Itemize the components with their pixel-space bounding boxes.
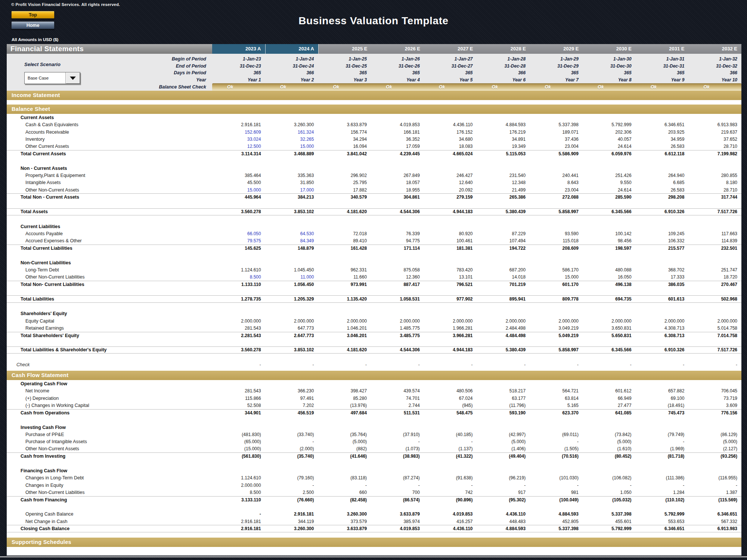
- cell[interactable]: 4.436.110: [424, 122, 477, 127]
- cell[interactable]: 28.710: [688, 187, 741, 193]
- cell[interactable]: (110.102): [636, 497, 689, 503]
- period-cell[interactable]: 1-Jan-32: [688, 56, 741, 62]
- cell[interactable]: 895.941: [477, 296, 530, 302]
- period-cell[interactable]: Year 3: [318, 77, 371, 83]
- period-cell[interactable]: 1-Jan-25: [318, 56, 371, 62]
- cell[interactable]: (5.000): [318, 439, 371, 444]
- cell[interactable]: 69.100: [636, 396, 689, 401]
- cell[interactable]: 694.735: [583, 296, 636, 302]
- cell[interactable]: 161.428: [318, 246, 371, 251]
- cell[interactable]: 8.500: [212, 490, 265, 495]
- cell[interactable]: 6.913.983: [688, 526, 741, 531]
- row-label[interactable]: Changes in Long-Term Debt: [7, 475, 212, 480]
- cell[interactable]: (100.049): [530, 497, 583, 503]
- cell[interactable]: 366.230: [265, 388, 318, 393]
- period-cell[interactable]: 366: [265, 70, 318, 75]
- cell[interactable]: -: [424, 439, 477, 444]
- cell[interactable]: -: [477, 483, 530, 488]
- cell[interactable]: 981: [530, 490, 583, 495]
- row-label[interactable]: Retained Earnings: [7, 326, 212, 331]
- cell[interactable]: 34.959: [636, 137, 689, 142]
- cell[interactable]: 3.609: [688, 403, 741, 408]
- cell[interactable]: (95.302): [477, 497, 530, 503]
- row-label[interactable]: Inventory: [7, 137, 212, 142]
- cell[interactable]: (561.830): [212, 454, 265, 459]
- cell[interactable]: -: [688, 362, 741, 367]
- cell[interactable]: 480.088: [583, 267, 636, 273]
- cell[interactable]: 232.501: [688, 246, 741, 251]
- cell[interactable]: 115.018: [530, 238, 583, 243]
- cell[interactable]: 3.650.831: [583, 326, 636, 331]
- cell[interactable]: 1.278.735: [212, 296, 265, 302]
- cell[interactable]: 2.744: [371, 403, 424, 408]
- cell[interactable]: 5.337.398: [583, 511, 636, 517]
- cell[interactable]: 34.891: [477, 137, 530, 142]
- cell[interactable]: (115.569): [688, 497, 741, 503]
- cell[interactable]: 20.092: [424, 187, 477, 193]
- cell[interactable]: 84.349: [265, 238, 318, 243]
- cell[interactable]: 511.531: [371, 410, 424, 416]
- row-label[interactable]: Opening Cash Balance: [7, 511, 212, 517]
- cell[interactable]: 7.202: [265, 403, 318, 408]
- cell[interactable]: (33.740): [265, 432, 318, 437]
- cell[interactable]: 6.345.566: [583, 347, 636, 352]
- cell[interactable]: 85.280: [318, 396, 371, 401]
- balance-check-status-cell[interactable]: Ok: [583, 83, 636, 91]
- period-cell[interactable]: 1-Jan-24: [265, 56, 318, 62]
- cell[interactable]: 2.000.000: [477, 318, 530, 324]
- cell[interactable]: 6.059.976: [583, 151, 636, 156]
- cell[interactable]: 93.590: [530, 231, 583, 236]
- cell[interactable]: 2.500: [265, 490, 318, 495]
- period-row-label[interactable]: Begin of Period: [7, 56, 212, 62]
- cell[interactable]: 64.530: [265, 231, 318, 236]
- cell[interactable]: 783.420: [424, 267, 477, 273]
- period-cell[interactable]: 31-Dec-24: [265, 63, 318, 69]
- cell[interactable]: 660: [318, 490, 371, 495]
- cell[interactable]: 7.517.726: [688, 347, 741, 352]
- cell[interactable]: 5.380.439: [477, 347, 530, 352]
- cell[interactable]: 18.083: [424, 144, 477, 149]
- cell[interactable]: -: [424, 483, 477, 488]
- cell[interactable]: -: [371, 439, 424, 444]
- cell[interactable]: 2.484.498: [477, 326, 530, 331]
- period-cell[interactable]: Year 10: [688, 77, 741, 83]
- cell[interactable]: 272.088: [530, 195, 583, 200]
- row-label[interactable]: Financing Cash Flow: [7, 468, 212, 473]
- row-label[interactable]: Accounts Receivable: [7, 130, 212, 135]
- row-label[interactable]: Accrued Expenses & Other: [7, 238, 212, 243]
- cell[interactable]: 74.701: [371, 396, 424, 401]
- cell[interactable]: (15.000): [212, 446, 265, 451]
- row-label[interactable]: Current Assets: [7, 115, 212, 120]
- row-label[interactable]: Operating Cash Flow: [7, 381, 212, 386]
- cell[interactable]: 23.004: [530, 187, 583, 193]
- cell[interactable]: 548.475: [424, 410, 477, 416]
- cell[interactable]: 215.577: [636, 246, 689, 251]
- cell[interactable]: 31.850: [265, 180, 318, 185]
- cell[interactable]: 16.050: [583, 274, 636, 280]
- cell[interactable]: 52.508: [212, 403, 265, 408]
- cell[interactable]: 171.114: [371, 246, 424, 251]
- cell[interactable]: 5.165: [530, 403, 583, 408]
- cell[interactable]: 1.058.531: [371, 296, 424, 302]
- cell[interactable]: 33.024: [212, 137, 265, 142]
- cell[interactable]: 176.219: [477, 130, 530, 135]
- cell[interactable]: -: [371, 483, 424, 488]
- cell[interactable]: 2.647.773: [265, 333, 318, 338]
- cell[interactable]: 34.294: [318, 137, 371, 142]
- cell[interactable]: 25.795: [318, 180, 371, 185]
- period-cell[interactable]: 31-Dec-23: [212, 63, 265, 69]
- cell[interactable]: -: [636, 483, 689, 488]
- cell[interactable]: -: [530, 483, 583, 488]
- cell[interactable]: 5.858.997: [530, 347, 583, 352]
- cell[interactable]: (1.505): [530, 446, 583, 451]
- cell[interactable]: 3.841.042: [318, 151, 371, 156]
- cell[interactable]: 6.346.651: [688, 511, 741, 517]
- cell[interactable]: 152.609: [212, 130, 265, 135]
- cell[interactable]: (2.000): [265, 446, 318, 451]
- cell[interactable]: 3.260.300: [265, 526, 318, 531]
- cell[interactable]: 4.436.110: [424, 526, 477, 531]
- cell[interactable]: (81.718): [636, 454, 689, 459]
- cell[interactable]: 700: [371, 490, 424, 495]
- cell[interactable]: 281.543: [212, 326, 265, 331]
- cell[interactable]: 9.550: [583, 180, 636, 185]
